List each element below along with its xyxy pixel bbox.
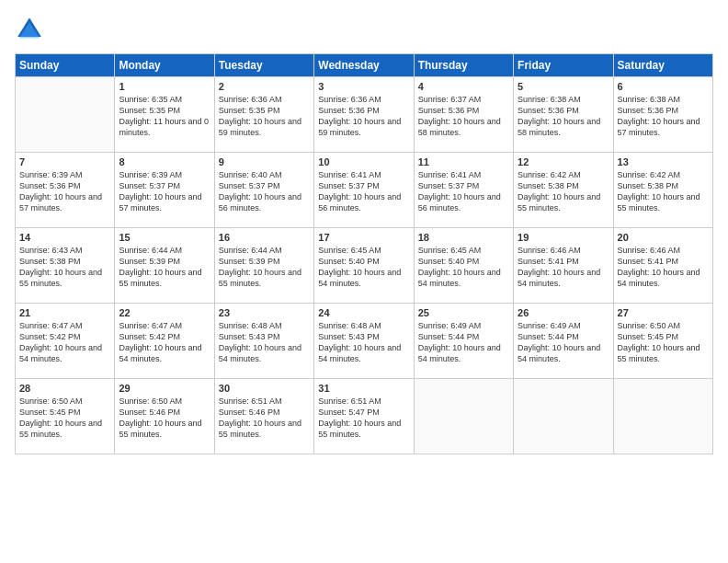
day-info: Sunrise: 6:50 AMSunset: 5:45 PMDaylight:…	[618, 320, 709, 365]
day-info: Sunrise: 6:42 AMSunset: 5:38 PMDaylight:…	[618, 169, 709, 214]
day-number: 14	[19, 232, 110, 243]
day-info: Sunrise: 6:36 AMSunset: 5:36 PMDaylight:…	[318, 94, 409, 139]
calendar-week-row: 14Sunrise: 6:43 AMSunset: 5:38 PMDayligh…	[16, 228, 713, 304]
day-number: 10	[318, 156, 409, 167]
day-info: Sunrise: 6:48 AMSunset: 5:43 PMDaylight:…	[219, 320, 310, 365]
day-number: 25	[418, 307, 509, 318]
weekday-header: Monday	[115, 54, 214, 77]
day-info: Sunrise: 6:44 AMSunset: 5:39 PMDaylight:…	[219, 245, 310, 290]
day-info: Sunrise: 6:35 AMSunset: 5:35 PMDaylight:…	[119, 94, 210, 139]
day-info: Sunrise: 6:36 AMSunset: 5:35 PMDaylight:…	[219, 94, 310, 139]
day-number: 21	[19, 307, 110, 318]
day-number: 20	[618, 232, 709, 243]
day-info: Sunrise: 6:45 AMSunset: 5:40 PMDaylight:…	[418, 245, 509, 290]
day-number: 28	[19, 383, 110, 394]
day-number: 13	[618, 156, 709, 167]
calendar-table: SundayMondayTuesdayWednesdayThursdayFrid…	[15, 53, 713, 454]
calendar-cell: 18Sunrise: 6:45 AMSunset: 5:40 PMDayligh…	[414, 228, 513, 304]
day-info: Sunrise: 6:39 AMSunset: 5:37 PMDaylight:…	[119, 169, 210, 214]
day-number: 17	[318, 232, 409, 243]
day-info: Sunrise: 6:51 AMSunset: 5:46 PMDaylight:…	[219, 396, 310, 441]
day-number: 23	[219, 307, 310, 318]
calendar-week-row: 21Sunrise: 6:47 AMSunset: 5:42 PMDayligh…	[16, 304, 713, 379]
calendar-cell: 28Sunrise: 6:50 AMSunset: 5:45 PMDayligh…	[16, 379, 115, 454]
calendar-cell: 22Sunrise: 6:47 AMSunset: 5:42 PMDayligh…	[115, 304, 214, 379]
calendar-cell: 13Sunrise: 6:42 AMSunset: 5:38 PMDayligh…	[613, 153, 712, 228]
day-info: Sunrise: 6:39 AMSunset: 5:36 PMDaylight:…	[19, 169, 110, 214]
day-info: Sunrise: 6:45 AMSunset: 5:40 PMDaylight:…	[318, 245, 409, 290]
calendar-cell: 8Sunrise: 6:39 AMSunset: 5:37 PMDaylight…	[115, 153, 214, 228]
calendar-cell: 20Sunrise: 6:46 AMSunset: 5:41 PMDayligh…	[613, 228, 712, 304]
calendar-cell: 21Sunrise: 6:47 AMSunset: 5:42 PMDayligh…	[16, 304, 115, 379]
day-info: Sunrise: 6:38 AMSunset: 5:36 PMDaylight:…	[618, 94, 709, 139]
calendar-cell: 23Sunrise: 6:48 AMSunset: 5:43 PMDayligh…	[214, 304, 313, 379]
day-number: 11	[418, 156, 509, 167]
logo-icon	[15, 15, 44, 44]
calendar-cell: 15Sunrise: 6:44 AMSunset: 5:39 PMDayligh…	[115, 228, 214, 304]
calendar-cell: 11Sunrise: 6:41 AMSunset: 5:37 PMDayligh…	[414, 153, 513, 228]
weekday-header: Thursday	[414, 54, 513, 77]
calendar-cell: 4Sunrise: 6:37 AMSunset: 5:36 PMDaylight…	[414, 77, 513, 153]
weekday-header: Tuesday	[214, 54, 313, 77]
calendar-cell: 19Sunrise: 6:46 AMSunset: 5:41 PMDayligh…	[514, 228, 613, 304]
calendar-cell: 6Sunrise: 6:38 AMSunset: 5:36 PMDaylight…	[613, 77, 712, 153]
day-number: 27	[618, 307, 709, 318]
day-info: Sunrise: 6:46 AMSunset: 5:41 PMDaylight:…	[518, 245, 609, 290]
calendar-cell	[514, 379, 613, 454]
day-number: 6	[618, 81, 709, 92]
day-info: Sunrise: 6:47 AMSunset: 5:42 PMDaylight:…	[119, 320, 210, 365]
day-info: Sunrise: 6:38 AMSunset: 5:36 PMDaylight:…	[518, 94, 609, 139]
calendar-cell: 30Sunrise: 6:51 AMSunset: 5:46 PMDayligh…	[214, 379, 313, 454]
day-number: 31	[318, 383, 409, 394]
day-info: Sunrise: 6:50 AMSunset: 5:46 PMDaylight:…	[119, 396, 210, 441]
calendar-cell: 25Sunrise: 6:49 AMSunset: 5:44 PMDayligh…	[414, 304, 513, 379]
day-info: Sunrise: 6:49 AMSunset: 5:44 PMDaylight:…	[418, 320, 509, 365]
weekday-header: Sunday	[16, 54, 115, 77]
calendar-cell: 14Sunrise: 6:43 AMSunset: 5:38 PMDayligh…	[16, 228, 115, 304]
weekday-header: Saturday	[613, 54, 712, 77]
day-number: 15	[119, 232, 210, 243]
day-number: 18	[418, 232, 509, 243]
calendar-cell: 31Sunrise: 6:51 AMSunset: 5:47 PMDayligh…	[314, 379, 414, 454]
day-number: 26	[518, 307, 609, 318]
day-info: Sunrise: 6:41 AMSunset: 5:37 PMDaylight:…	[318, 169, 409, 214]
calendar-header-row: SundayMondayTuesdayWednesdayThursdayFrid…	[16, 54, 713, 77]
calendar-cell: 9Sunrise: 6:40 AMSunset: 5:37 PMDaylight…	[214, 153, 313, 228]
calendar-cell	[414, 379, 513, 454]
calendar-cell: 24Sunrise: 6:48 AMSunset: 5:43 PMDayligh…	[314, 304, 414, 379]
day-number: 7	[19, 156, 110, 167]
day-info: Sunrise: 6:41 AMSunset: 5:37 PMDaylight:…	[418, 169, 509, 214]
calendar-cell: 12Sunrise: 6:42 AMSunset: 5:38 PMDayligh…	[514, 153, 613, 228]
calendar-week-row: 7Sunrise: 6:39 AMSunset: 5:36 PMDaylight…	[16, 153, 713, 228]
page-container: SundayMondayTuesdayWednesdayThursdayFrid…	[0, 0, 728, 563]
calendar-cell	[16, 77, 115, 153]
calendar-cell	[613, 379, 712, 454]
day-number: 22	[119, 307, 210, 318]
calendar-cell: 27Sunrise: 6:50 AMSunset: 5:45 PMDayligh…	[613, 304, 712, 379]
day-number: 30	[219, 383, 310, 394]
day-info: Sunrise: 6:49 AMSunset: 5:44 PMDaylight:…	[518, 320, 609, 365]
day-info: Sunrise: 6:44 AMSunset: 5:39 PMDaylight:…	[119, 245, 210, 290]
calendar-week-row: 1Sunrise: 6:35 AMSunset: 5:35 PMDaylight…	[16, 77, 713, 153]
day-info: Sunrise: 6:48 AMSunset: 5:43 PMDaylight:…	[318, 320, 409, 365]
day-number: 5	[518, 81, 609, 92]
weekday-header: Friday	[514, 54, 613, 77]
day-number: 9	[219, 156, 310, 167]
calendar-cell: 7Sunrise: 6:39 AMSunset: 5:36 PMDaylight…	[16, 153, 115, 228]
calendar-cell: 16Sunrise: 6:44 AMSunset: 5:39 PMDayligh…	[214, 228, 313, 304]
weekday-header: Wednesday	[314, 54, 414, 77]
day-number: 19	[518, 232, 609, 243]
calendar-cell: 3Sunrise: 6:36 AMSunset: 5:36 PMDaylight…	[314, 77, 414, 153]
page-header	[15, 15, 713, 44]
day-info: Sunrise: 6:46 AMSunset: 5:41 PMDaylight:…	[618, 245, 709, 290]
calendar-cell: 10Sunrise: 6:41 AMSunset: 5:37 PMDayligh…	[314, 153, 414, 228]
day-number: 24	[318, 307, 409, 318]
day-number: 4	[418, 81, 509, 92]
day-info: Sunrise: 6:51 AMSunset: 5:47 PMDaylight:…	[318, 396, 409, 441]
logo	[15, 15, 48, 44]
day-info: Sunrise: 6:42 AMSunset: 5:38 PMDaylight:…	[518, 169, 609, 214]
day-info: Sunrise: 6:47 AMSunset: 5:42 PMDaylight:…	[19, 320, 110, 365]
day-number: 3	[318, 81, 409, 92]
day-info: Sunrise: 6:43 AMSunset: 5:38 PMDaylight:…	[19, 245, 110, 290]
day-number: 2	[219, 81, 310, 92]
